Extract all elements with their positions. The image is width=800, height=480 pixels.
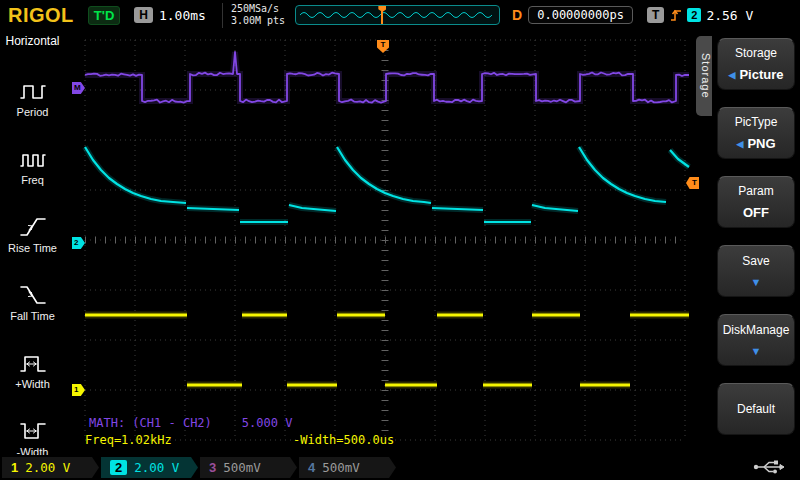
waveform-preview[interactable] [295,5,500,25]
freq-icon [18,146,48,172]
top-bar: RIGOL T'D H 1.00ms 250MSa/s 3.00M pts D … [0,0,800,30]
down-arrow-icon: ▼ [751,277,762,288]
math-expression: MATH: (CH1 - CH2) [89,416,212,430]
delay-value: 0.00000000ps [528,6,633,24]
sidebar-item-label: Fall Time [10,310,55,322]
sidebar-item-pos-width[interactable]: +Width [0,330,65,390]
sidebar-item-label: +Width [15,378,50,390]
right-menu: Storage ◀ Picture PicType ◀ PNG Param OF… [712,30,800,455]
preview-wave [296,6,499,24]
rigol-logo: RIGOL [8,4,74,27]
t-badge: T [647,7,664,23]
graticule [65,30,710,455]
menu-button-save[interactable]: Save ▼ [717,245,795,297]
trigger-info-group: T 2 2.56 V [647,7,753,23]
channel-3-scale: 500mV [223,460,261,475]
menu-button-default[interactable]: Default [717,383,795,435]
channel-2-scale: 2.00 V [134,460,179,475]
left-arrow-icon: ◀ [736,139,743,149]
sample-rate: 250MSa/s [231,3,285,16]
sidebar-item-label: Rise Time [8,242,57,254]
left-arrow-icon: ◀ [729,70,736,80]
menu-button-label: PicType [735,115,778,129]
menu-button-pictype[interactable]: PicType ◀ PNG [717,107,795,159]
channel-2-number: 2 [110,460,127,475]
delay-badge: D [512,7,522,23]
menu-button-value-text: PNG [747,136,775,151]
sidebar-item-period[interactable]: Period [0,58,65,118]
menu-button-value-text: OFF [743,205,769,220]
menu-button-value: ◀ Picture [729,67,784,82]
sidebar-item-neg-width[interactable]: -Width [0,398,65,458]
channel-3-number: 3 [209,460,216,475]
acquisition-info: 250MSa/s 3.00M pts [222,3,285,28]
memory-depth: 3.00M pts [231,15,285,28]
channel-4-scale: 500mV [322,460,360,475]
menu-button-value-text: Picture [739,67,783,82]
menu-button-diskmanage[interactable]: DiskManage ▼ [717,314,795,366]
scope-display: M 2 1 T T MATH: (CH1 - CH2) 5.000 V Freq… [65,30,710,455]
sidebar-item-label: Freq [21,174,44,186]
menu-button-label: Param [738,184,773,198]
math-waveform [85,52,689,103]
sidebar-item-freq[interactable]: Freq [0,126,65,186]
menu-button-value: OFF [743,205,769,220]
menu-button-storage[interactable]: Storage ◀ Picture [717,38,795,90]
channel-4-number: 4 [308,460,315,475]
trigger-edge-icon [669,7,682,23]
trigger-source-badge: 2 [687,8,701,22]
channel-1-block[interactable]: 1 2.00 V [2,457,99,478]
menu-tab-storage: Storage [696,36,712,116]
menu-button-label: DiskManage [723,323,790,337]
menu-button-param[interactable]: Param OFF [717,176,795,228]
bottom-bar: 1 2.00 V 2 2.00 V 3 500mV 4 500mV [0,455,800,480]
math-readout: MATH: (CH1 - CH2) 5.000 V [89,416,292,430]
channel-1-number: 1 [11,460,18,475]
trigger-level-value: 2.56 V [706,8,753,23]
menu-button-label: Default [737,402,775,416]
timebase-value: 1.00ms [159,8,206,23]
sidebar-item-rise-time[interactable]: Rise Time [0,194,65,254]
h-badge: H [134,7,153,23]
channel-4-block[interactable]: 4 500mV [299,457,396,478]
channel-2-block[interactable]: 2 2.00 V [101,457,198,478]
plus-width-icon [18,350,48,376]
rise-time-icon [18,214,48,240]
math-scale: 5.000 V [242,416,293,430]
usb-icon [752,459,788,475]
oscilloscope-screen: RIGOL T'D H 1.00ms 250MSa/s 3.00M pts D … [0,0,800,480]
left-sidebar: Horizontal Period Freq Rise Time Fall Ti… [0,30,65,455]
sidebar-item-label: Period [17,106,49,118]
neg-width-measurement: -Width=500.0us [293,433,394,447]
sidebar-item-fall-time[interactable]: Fall Time [0,262,65,322]
horizontal-timebase-group: H 1.00ms [134,7,206,23]
menu-button-value: ◀ PNG [736,136,775,151]
delay-group: D 0.00000000ps [512,6,633,24]
menu-button-label: Save [742,254,769,268]
minus-width-icon [18,418,48,444]
menu-button-label: Storage [735,46,777,60]
channel-1-scale: 2.00 V [25,460,70,475]
down-arrow-icon: ▼ [751,346,762,357]
channel-3-block[interactable]: 3 500mV [200,457,297,478]
fall-time-icon [18,282,48,308]
trigger-status-badge: T'D [88,6,120,25]
left-sidebar-title: Horizontal [0,34,65,48]
period-icon [18,78,48,104]
freq-measurement: Freq=1.02kHz [85,433,172,447]
trigger-position-marker[interactable] [381,6,383,24]
